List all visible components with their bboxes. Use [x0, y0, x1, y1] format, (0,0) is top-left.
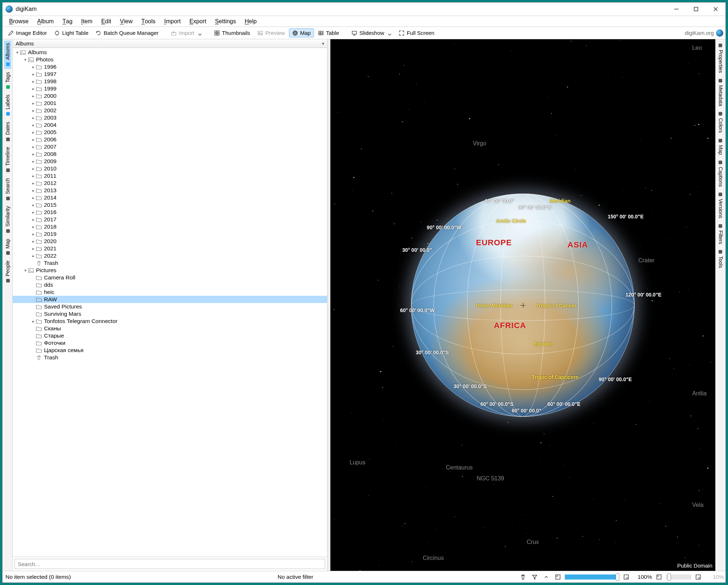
menu-export[interactable]: Export	[185, 16, 210, 27]
expand-toggle[interactable]: ▸	[31, 108, 36, 113]
right-tab-colors[interactable]: Colors	[717, 109, 724, 135]
window-minimize-button[interactable]	[667, 3, 686, 16]
expand-toggle[interactable]: ▸	[31, 145, 36, 149]
tree-node[interactable]: Surviving Mars	[13, 310, 327, 318]
tree-node[interactable]: Trash	[13, 259, 327, 267]
left-tab-dates[interactable]: Dates	[4, 120, 11, 144]
expand-toggle[interactable]: ▸	[31, 181, 36, 186]
table-view-button[interactable]: Table	[315, 28, 342, 37]
zoom-slider-main[interactable]	[565, 574, 619, 580]
tree-node[interactable]: Фоточки	[13, 339, 327, 347]
expand-toggle[interactable]: ▸	[31, 246, 36, 251]
expand-toggle[interactable]: ▸	[31, 239, 36, 244]
left-tab-labels[interactable]: Labels	[4, 92, 11, 118]
tree-node[interactable]: ▾Albums	[13, 49, 327, 56]
right-tab-metadata[interactable]: Metadata	[717, 76, 724, 108]
menu-album[interactable]: Album	[33, 16, 58, 27]
tree-node[interactable]: Царская семья	[13, 347, 327, 354]
tree-node[interactable]: dds	[13, 281, 327, 289]
menu-import[interactable]: Import	[160, 16, 185, 27]
menu-tag[interactable]: Tag	[58, 16, 77, 27]
import-button[interactable]: Import	[168, 28, 205, 37]
tree-node[interactable]: ▸2012	[13, 179, 327, 187]
batch-queue-button[interactable]: Batch Queue Manager	[92, 28, 162, 37]
expand-toggle[interactable]: ▸	[31, 116, 36, 120]
left-tab-albums[interactable]: Albums	[4, 41, 11, 69]
tree-node[interactable]: ▸2007	[13, 143, 327, 150]
zoom-slider-thumb[interactable]	[666, 574, 691, 580]
tree-node[interactable]: ▸1996	[13, 63, 327, 70]
expand-toggle[interactable]: ▸	[31, 232, 36, 237]
right-tab-versions[interactable]: Versions	[717, 190, 724, 221]
tree-node[interactable]: ▸2015	[13, 201, 327, 209]
image-editor-button[interactable]: Image Editor	[5, 28, 50, 37]
filter-button[interactable]	[530, 573, 539, 581]
menu-edit[interactable]: Edit	[97, 16, 116, 27]
tree-node[interactable]: ▸2022	[13, 252, 327, 259]
tree-node[interactable]: ▸2020	[13, 238, 327, 245]
preview-view-button[interactable]: Preview	[254, 28, 288, 37]
menu-settings[interactable]: Settings	[210, 16, 240, 27]
expand-toggle[interactable]: ▸	[31, 65, 36, 69]
expand-toggle[interactable]: ▸	[31, 210, 36, 215]
tree-node[interactable]: ▸2011	[13, 172, 327, 179]
tree-node[interactable]: Старые	[13, 332, 327, 339]
expand-toggle[interactable]: ▸	[31, 195, 36, 200]
collapse-button[interactable]	[542, 573, 551, 581]
tree-node[interactable]: ▸2006	[13, 136, 327, 143]
fullscreen-button[interactable]: Full Screen	[395, 28, 438, 37]
albums-tree[interactable]: ▾Albums▾Photos▸1996▸1997▸1998▸1999▸2000▸…	[13, 48, 327, 557]
tree-node[interactable]: RAW	[13, 296, 327, 303]
albums-header[interactable]: Albums ▾	[13, 39, 327, 48]
light-table-button[interactable]: Light Table	[51, 28, 92, 37]
tree-node[interactable]: ▸Tonfotos Telegram Connector	[13, 318, 327, 325]
slideshow-button[interactable]: Slideshow	[348, 28, 395, 37]
expand-toggle[interactable]: ▸	[31, 159, 36, 164]
right-tab-captions[interactable]: Captions	[717, 158, 724, 189]
trash-button[interactable]	[518, 573, 528, 581]
tree-node[interactable]: ▸1997	[13, 70, 327, 78]
expand-toggle[interactable]: ▸	[31, 152, 36, 157]
expand-toggle[interactable]: ▾	[15, 50, 20, 55]
zoom-out-button[interactable]	[553, 573, 563, 581]
map-view[interactable]: EUROPE ASIA AFRICA Arctic Circle Meridia…	[330, 39, 715, 571]
expand-toggle[interactable]: ▸	[31, 225, 36, 229]
expand-toggle[interactable]: ▸	[31, 166, 36, 171]
thumb-zoom-in-button[interactable]	[693, 573, 703, 581]
tree-node[interactable]: ▸2009	[13, 158, 327, 165]
tree-node[interactable]: ▸2001	[13, 100, 327, 107]
tree-node[interactable]: ▾Pictures	[13, 267, 327, 274]
tree-node[interactable]: Сканы	[13, 325, 327, 332]
menu-view[interactable]: View	[116, 16, 137, 27]
search-input[interactable]	[15, 559, 325, 569]
expand-toggle[interactable]: ▸	[31, 94, 36, 98]
map-view-button[interactable]: Map	[289, 28, 314, 37]
tree-node[interactable]: heic	[13, 289, 327, 296]
tree-node[interactable]: ▸2021	[13, 245, 327, 252]
globe[interactable]: EUROPE ASIA AFRICA Arctic Circle Meridia…	[411, 193, 634, 416]
tree-node[interactable]: ▸2003	[13, 114, 327, 121]
expand-toggle[interactable]: ▸	[31, 137, 36, 142]
left-tab-tags[interactable]: Tags	[4, 70, 11, 92]
tree-node[interactable]: Trash	[13, 354, 327, 361]
expand-toggle[interactable]: ▸	[31, 101, 36, 106]
tree-node[interactable]: ▸2000	[13, 92, 327, 100]
tree-node[interactable]: ▸2010	[13, 165, 327, 172]
right-tab-filters[interactable]: Filters	[717, 221, 724, 246]
expand-toggle[interactable]: ▸	[31, 188, 36, 193]
brand-link[interactable]: digiKam.org	[685, 29, 723, 37]
expand-toggle[interactable]: ▸	[31, 130, 36, 135]
window-close-button[interactable]	[706, 3, 725, 16]
expand-toggle[interactable]: ▸	[31, 72, 36, 77]
tree-node[interactable]: ▸2018	[13, 223, 327, 230]
tree-node[interactable]: ▾Photos	[13, 56, 327, 63]
menu-help[interactable]: Help	[240, 16, 261, 27]
tree-node[interactable]: ▸1998	[13, 78, 327, 85]
menu-tools[interactable]: Tools	[137, 16, 160, 27]
tree-node[interactable]: ▸2017	[13, 216, 327, 223]
expand-toggle[interactable]: ▸	[31, 203, 36, 207]
left-tab-people[interactable]: People	[4, 258, 11, 286]
expand-toggle[interactable]: ▸	[31, 319, 36, 324]
expand-toggle[interactable]: ▸	[31, 254, 36, 258]
expand-toggle[interactable]: ▸	[31, 79, 36, 84]
